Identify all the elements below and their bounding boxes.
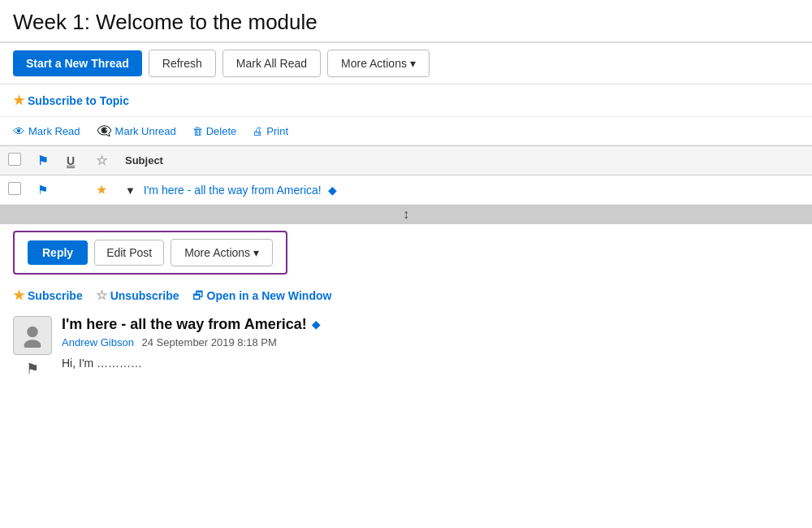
subscribe-star-icon: ★ (13, 288, 24, 303)
diamond-icon: ◆ (328, 184, 337, 197)
row-subject-cell: ▼ I'm here - all the way from America! ◆ (117, 175, 812, 205)
svg-point-0 (27, 327, 38, 338)
unsubscribe-star-icon: ☆ (96, 288, 107, 303)
subscribe-label: Subscribe (28, 289, 83, 302)
unsubscribe-label: Unsubscribe (110, 289, 179, 302)
post-avatar-col: ⚑ (13, 316, 52, 378)
thread-table-container: ⚑ U ☆ Subject ⚑ (0, 145, 812, 205)
chevron-down-icon: ▾ (410, 57, 416, 70)
bottom-panel: Reply Edit Post More Actions ▾ ★ Subscri… (0, 231, 812, 384)
star-header-icon: ☆ (96, 154, 107, 167)
expand-triangle-icon[interactable]: ▼ (125, 184, 136, 197)
thread-table: ⚑ U ☆ Subject ⚑ (0, 145, 812, 205)
thread-subject-link[interactable]: I'm here - all the way from America! ◆ (144, 184, 337, 197)
page-title: Week 1: Welcome to the module (0, 0, 812, 43)
post-title-text: I'm here - all the way from America! (62, 316, 307, 333)
col-check (0, 146, 29, 175)
message-toolbar: 👁 Mark Read 👁‍🗨 Mark Unread 🗑 Delete 🖨 P… (0, 117, 812, 145)
mark-read-link[interactable]: 👁 Mark Read (13, 124, 80, 138)
row-check-cell (0, 175, 29, 205)
post-date: 24 September 2019 8:18 PM (142, 336, 277, 348)
post-unsubscribe-link[interactable]: ☆ Unsubscribe (96, 288, 179, 303)
col-star: ☆ (88, 146, 117, 175)
avatar-person-icon (20, 323, 45, 348)
eye-icon: 👁 (13, 124, 25, 138)
post-body: I'm here - all the way from America! ◆ A… (62, 316, 799, 378)
row-flag-icon[interactable]: ⚑ (37, 183, 48, 197)
delete-label: Delete (206, 125, 237, 137)
star-icon: ★ (13, 93, 24, 108)
post-diamond-icon: ◆ (312, 318, 320, 331)
top-toolbar: Start a New Thread Refresh Mark All Read… (0, 43, 812, 84)
post-more-actions-chevron-icon: ▾ (253, 246, 259, 259)
col-subject-header: Subject (117, 146, 812, 175)
edit-post-button[interactable]: Edit Post (94, 240, 164, 266)
select-all-checkbox[interactable] (8, 153, 21, 166)
resize-handle[interactable]: ↕ (0, 205, 812, 224)
svg-point-1 (24, 340, 41, 348)
post-more-actions-label: More Actions (184, 246, 250, 259)
more-actions-button[interactable]: More Actions ▾ (327, 50, 430, 77)
post-body-text: Hi, I'm ………… (62, 355, 799, 372)
row-unread-cell (58, 175, 88, 205)
print-link[interactable]: 🖨 Print (253, 125, 288, 137)
flag-header-icon: ⚑ (37, 154, 48, 167)
table-row: ⚑ ★ ▼ I'm here - all the way from Americ… (0, 175, 812, 205)
post-container: ⚑ I'm here - all the way from America! ◆… (0, 309, 812, 384)
row-checkbox[interactable] (8, 182, 21, 195)
reply-button[interactable]: Reply (28, 240, 88, 265)
resize-arrows-icon: ↕ (403, 208, 409, 221)
row-star-icon[interactable]: ★ (96, 183, 107, 197)
post-flag-icon[interactable]: ⚑ (26, 360, 39, 378)
post-subscribe-line: ★ Subscribe ☆ Unsubscribe 🗗 Open in a Ne… (0, 281, 812, 309)
unread-header-icon: U (67, 154, 75, 167)
col-unread: U (58, 146, 88, 175)
row-star-cell: ★ (88, 175, 117, 205)
mark-read-label: Mark Read (28, 125, 80, 137)
new-thread-button[interactable]: Start a New Thread (13, 50, 142, 76)
thread-subject-text: I'm here - all the way from America! (144, 184, 322, 197)
trash-icon: 🗑 (192, 125, 203, 137)
refresh-button[interactable]: Refresh (149, 50, 216, 77)
row-flag-cell: ⚑ (29, 175, 58, 205)
open-window-link[interactable]: 🗗 Open in a New Window (192, 289, 332, 302)
more-actions-label: More Actions (341, 57, 407, 70)
bottom-toolbar: Reply Edit Post More Actions ▾ (13, 231, 287, 275)
print-label: Print (266, 125, 288, 137)
print-icon: 🖨 (253, 125, 263, 137)
post-meta: Andrew Gibson 24 September 2019 8:18 PM (62, 336, 799, 348)
table-header-row: ⚑ U ☆ Subject (0, 146, 812, 175)
open-window-label: Open in a New Window (207, 289, 332, 302)
eye-slash-icon: 👁‍🗨 (97, 123, 112, 138)
subscribe-section: ★ Subscribe to Topic (0, 84, 812, 117)
col-flag: ⚑ (29, 146, 58, 175)
post-title: I'm here - all the way from America! ◆ (62, 316, 799, 333)
window-icon: 🗗 (192, 289, 204, 302)
post-more-actions-button[interactable]: More Actions ▾ (171, 239, 273, 266)
mark-unread-link[interactable]: 👁‍🗨 Mark Unread (97, 123, 176, 138)
subscribe-topic-link[interactable]: ★ Subscribe to Topic (13, 93, 129, 108)
post-author-link[interactable]: Andrew Gibson (62, 336, 134, 348)
post-subscribe-link[interactable]: ★ Subscribe (13, 288, 83, 303)
subscribe-topic-label: Subscribe to Topic (28, 94, 129, 107)
subject-column-label: Subject (125, 154, 163, 167)
avatar (13, 316, 52, 355)
mark-all-read-button[interactable]: Mark All Read (222, 50, 321, 77)
mark-unread-label: Mark Unread (115, 125, 176, 137)
delete-link[interactable]: 🗑 Delete (192, 125, 237, 137)
